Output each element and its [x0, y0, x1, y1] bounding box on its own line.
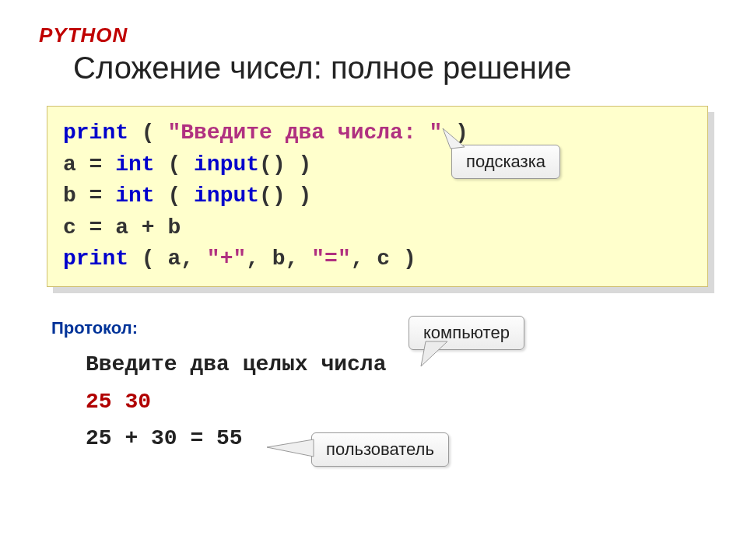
code-block: print ( "Введите два числа: " ) a = int … — [47, 106, 708, 287]
slide-title: Сложение чисел: полное решение — [73, 51, 716, 86]
code-text: () ) — [259, 184, 311, 208]
code-text: c = a + b — [63, 215, 181, 240]
svg-marker-0 — [443, 128, 465, 149]
string-literal: "Введите два числа: " — [167, 121, 442, 145]
code-text: ( a, — [128, 247, 207, 271]
kw-int: int — [115, 184, 154, 208]
kw-print: print — [63, 247, 128, 271]
code-text: ( — [128, 121, 167, 145]
code-text: , c ) — [351, 247, 416, 271]
string-literal: "+" — [207, 247, 246, 271]
callout-hint: подсказка — [451, 145, 560, 179]
callout-tail-icon — [421, 341, 455, 368]
callout-user: пользователь — [311, 432, 449, 467]
callout-computer-label: компьютер — [423, 323, 510, 342]
protocol-user-input: 25 30 — [86, 383, 716, 421]
string-literal: "=" — [311, 247, 350, 271]
svg-marker-2 — [267, 439, 314, 457]
protocol-heading: Протокол: — [51, 318, 716, 338]
callout-tail-icon — [443, 128, 474, 152]
code-text: ( — [155, 152, 194, 177]
code-text: () ) — [259, 152, 311, 177]
kw-print: print — [63, 121, 128, 145]
kw-input: input — [194, 152, 259, 177]
code-content: print ( "Введите два числа: " ) a = int … — [47, 106, 708, 287]
slide: PYTHON Сложение чисел: полное решение pr… — [0, 0, 747, 560]
code-text: b = — [63, 184, 115, 208]
callout-computer: компьютер — [409, 316, 524, 350]
kw-input: input — [194, 184, 259, 208]
topic-label: PYTHON — [39, 23, 716, 47]
code-text: ( — [155, 184, 194, 208]
callout-tail-icon — [267, 438, 315, 461]
code-text: a = — [63, 152, 115, 177]
protocol-line: Введите два целых числа — [86, 346, 716, 383]
kw-int: int — [115, 152, 154, 177]
svg-marker-1 — [421, 341, 447, 366]
code-text: , b, — [246, 247, 311, 271]
callout-hint-label: подсказка — [466, 152, 545, 171]
callout-user-label: пользователь — [326, 439, 434, 459]
